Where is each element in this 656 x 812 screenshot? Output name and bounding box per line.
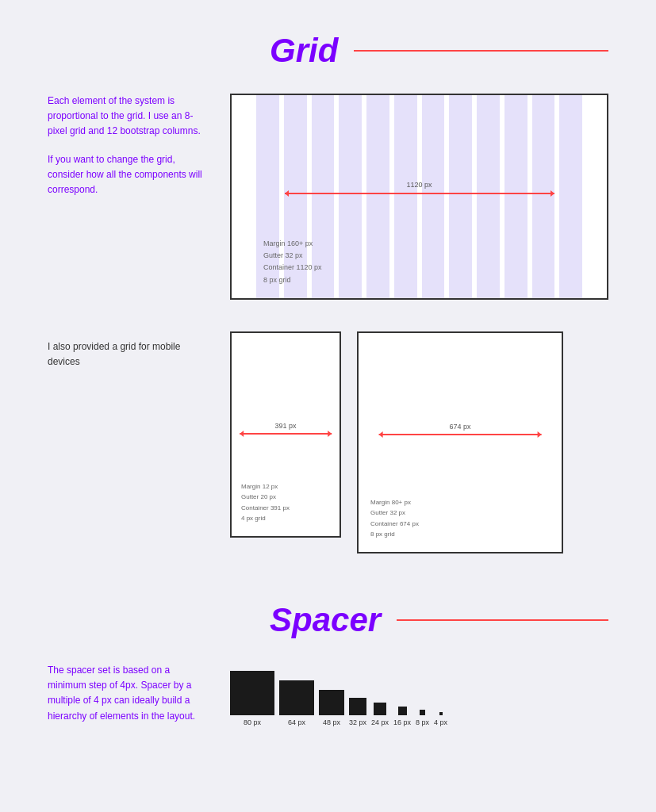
- grid-col-9: [477, 95, 500, 298]
- mobile-grid-section: I also provided a grid for mobile device…: [48, 331, 608, 553]
- lm-spec-2: Gutter 32 px: [370, 508, 419, 519]
- spacer-label-64: 64 px: [288, 718, 305, 726]
- small-mobile-arrow: [240, 433, 332, 435]
- grid-col-8: [449, 95, 472, 298]
- sm-spec-2: Gutter 20 px: [241, 492, 290, 503]
- desktop-arrow-left: [285, 190, 289, 197]
- spacer-section-line: [397, 619, 608, 621]
- small-mobile-arrow-left: [240, 431, 244, 437]
- sm-spec-3: Container 391 px: [241, 503, 290, 514]
- spacer-block-80-square: [230, 671, 274, 715]
- grid-col-12: [559, 95, 582, 298]
- spacer-visual: 80 px 64 px 48 px 32 px: [230, 663, 608, 726]
- sm-spec-4: 4 px grid: [241, 513, 290, 524]
- desktop-spec-3: Container 1120 px: [263, 262, 322, 274]
- sm-spec-1: Margin 12 px: [241, 481, 290, 492]
- mobile-diagrams: 391 px Margin 12 px Gutter 20 px Contain…: [230, 331, 608, 553]
- desktop-spec-4: 8 px grid: [263, 274, 322, 286]
- spacer-block-16: 16 px: [393, 707, 411, 726]
- grid-col-7: [422, 95, 445, 298]
- grid-section-header: Grid: [48, 32, 608, 70]
- grid-description: Each element of the system is proportion…: [48, 94, 206, 300]
- spacer-block-64: 64 px: [279, 680, 314, 726]
- spacer-blocks: 80 px 64 px 48 px 32 px: [230, 671, 608, 726]
- grid-title: Grid: [270, 32, 338, 70]
- small-mobile-arrow-right: [328, 431, 332, 437]
- spacer-block-32-square: [349, 698, 366, 715]
- large-mobile-arrow: [379, 434, 542, 435]
- large-mobile-measurement: 674 px: [379, 423, 542, 435]
- grid-col-4: [339, 95, 362, 298]
- grid-desc-1: Each element of the system is proportion…: [48, 94, 206, 140]
- large-mobile-info: Margin 80+ px Gutter 32 px Container 674…: [370, 497, 419, 540]
- spacer-block-64-square: [279, 680, 314, 715]
- spacer-block-24-square: [374, 703, 386, 715]
- desktop-grid-diagram: 1120 px Margin 160+ px Gutter 32 px Cont…: [230, 94, 608, 300]
- spacer-title: Spacer: [270, 601, 381, 639]
- large-mobile-arrow-left: [379, 431, 383, 438]
- spacer-content: The spacer set is based on a minimum ste…: [48, 663, 608, 726]
- spacer-block-4-square: [439, 712, 443, 715]
- spacer-block-16-square: [398, 707, 407, 715]
- desktop-spec-1: Margin 160+ px: [263, 238, 322, 250]
- spacer-block-8-square: [420, 710, 425, 715]
- mobile-grid-text: I also provided a grid for mobile device…: [48, 339, 206, 370]
- desktop-width-label: 1120 px: [406, 181, 432, 189]
- spacer-block-4: 4 px: [434, 712, 447, 726]
- lm-spec-4: 8 px grid: [370, 529, 419, 540]
- spacer-block-80: 80 px: [230, 671, 274, 726]
- large-mobile-diagram: 674 px Margin 80+ px Gutter 32 px Contai…: [357, 331, 563, 553]
- lm-spec-3: Container 674 px: [370, 519, 419, 530]
- small-mobile-info: Margin 12 px Gutter 20 px Container 391 …: [241, 481, 290, 524]
- spacer-label-48: 48 px: [323, 718, 340, 726]
- grid-col-5: [366, 95, 389, 298]
- spacer-label-80: 80 px: [244, 718, 261, 726]
- spacer-desc: The spacer set is based on a minimum ste…: [48, 663, 206, 724]
- desktop-grid-info: Margin 160+ px Gutter 32 px Container 11…: [263, 238, 322, 286]
- spacer-label-24: 24 px: [371, 718, 389, 726]
- small-mobile-width-label: 391 px: [274, 422, 296, 430]
- desktop-arrow-line: [285, 193, 554, 194]
- grid-desc-2: If you want to change the grid, consider…: [48, 152, 206, 198]
- spacer-block-48: 48 px: [319, 690, 344, 726]
- spacer-block-32: 32 px: [349, 698, 366, 726]
- spacer-label-4: 4 px: [434, 718, 447, 726]
- spacer-section: Spacer The spacer set is based on a mini…: [48, 601, 608, 726]
- small-mobile-diagram: 391 px Margin 12 px Gutter 20 px Contain…: [230, 331, 341, 538]
- large-mobile-width-label: 674 px: [449, 423, 470, 431]
- spacer-description: The spacer set is based on a minimum ste…: [48, 663, 206, 726]
- spacer-block-24: 24 px: [371, 703, 389, 726]
- desktop-spec-2: Gutter 32 px: [263, 250, 322, 262]
- spacer-block-8: 8 px: [416, 710, 429, 726]
- grid-col-6: [394, 95, 417, 298]
- grid-section-line: [354, 50, 608, 52]
- spacer-block-48-square: [319, 690, 344, 715]
- large-mobile-arrow-right: [537, 431, 541, 438]
- grid-section-content: Each element of the system is proportion…: [48, 94, 608, 300]
- lm-spec-1: Margin 80+ px: [370, 497, 419, 508]
- grid-col-10: [504, 95, 527, 298]
- mobile-grid-description: I also provided a grid for mobile device…: [48, 331, 206, 553]
- spacer-label-16: 16 px: [393, 718, 411, 726]
- grid-col-11: [532, 95, 555, 298]
- spacer-label-8: 8 px: [416, 718, 429, 726]
- spacer-label-32: 32 px: [349, 718, 366, 726]
- spacer-section-header: Spacer: [48, 601, 608, 639]
- desktop-arrow-right: [551, 190, 554, 197]
- desktop-measurement: 1120 px: [285, 181, 554, 194]
- small-mobile-measurement: 391 px: [240, 422, 332, 435]
- page-container: Grid Each element of the system is propo…: [0, 0, 656, 758]
